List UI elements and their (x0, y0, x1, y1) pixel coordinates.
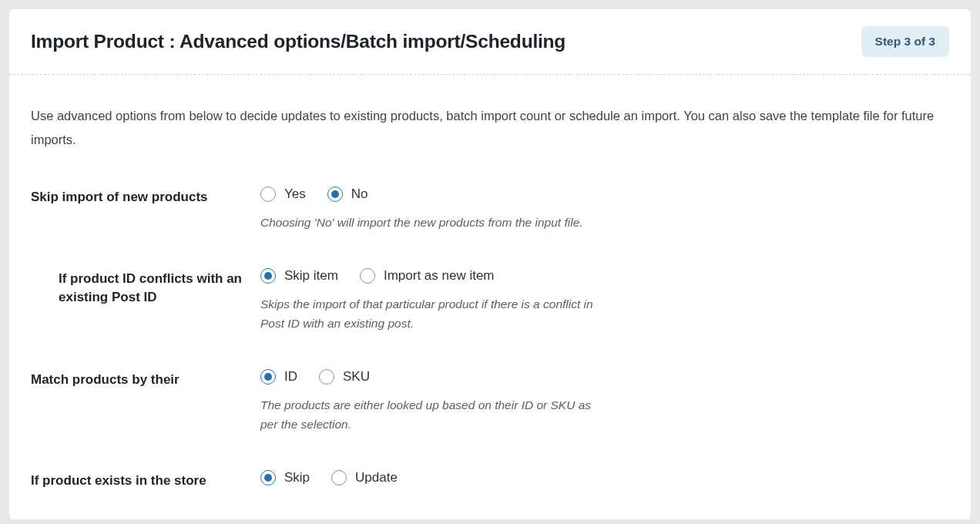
import-product-panel: Import Product : Advanced options/Batch … (9, 9, 971, 519)
radio-icon (260, 470, 276, 485)
radio-group-match-by: ID SKU (260, 369, 949, 385)
page-title: Import Product : Advanced options/Batch … (31, 31, 566, 52)
radio-group-id-conflict: Skip item Import as new item (260, 268, 949, 284)
panel-header: Import Product : Advanced options/Batch … (9, 9, 971, 75)
radio-icon (331, 470, 347, 485)
radio-label: ID (284, 369, 297, 385)
radio-product-exists-skip[interactable]: Skip (260, 470, 310, 485)
label-product-exists: If product exists in the store (31, 470, 260, 491)
controls-id-conflict: Skip item Import as new item Skips the i… (260, 268, 949, 334)
radio-label: Import as new item (384, 268, 495, 284)
radio-label: No (351, 186, 368, 202)
form-row-product-exists: If product exists in the store Skip Upda… (31, 470, 949, 496)
radio-icon (260, 186, 276, 202)
label-match-by: Match products by their (31, 369, 260, 390)
radio-id-conflict-skip[interactable]: Skip item (260, 268, 338, 284)
controls-skip-new: Yes No Choosing 'No' will import the new… (260, 186, 949, 233)
step-badge: Step 3 of 3 (861, 26, 949, 57)
controls-product-exists: Skip Update (260, 470, 949, 496)
radio-label: Skip (284, 470, 310, 485)
radio-icon (360, 268, 375, 284)
radio-icon (319, 369, 334, 385)
intro-text: Use advanced options from below to decid… (31, 104, 949, 151)
radio-icon (327, 186, 343, 202)
radio-label: Yes (284, 186, 306, 202)
radio-icon (260, 369, 276, 385)
radio-label: SKU (343, 369, 370, 385)
radio-group-product-exists: Skip Update (260, 470, 949, 485)
radio-skip-new-no[interactable]: No (327, 186, 368, 202)
panel-content: Use advanced options from below to decid… (9, 75, 971, 519)
radio-icon (260, 268, 276, 284)
form-row-id-conflict: If product ID conflicts with an existing… (31, 268, 949, 334)
form-row-match-by: Match products by their ID SKU The produ… (31, 369, 949, 435)
controls-match-by: ID SKU The products are either looked up… (260, 369, 949, 435)
radio-match-by-id[interactable]: ID (260, 369, 297, 385)
label-id-conflict: If product ID conflicts with an existing… (31, 268, 260, 307)
help-skip-new: Choosing 'No' will import the new produc… (260, 213, 611, 233)
form-row-skip-new: Skip import of new products Yes No Choos… (31, 186, 949, 233)
radio-group-skip-new: Yes No (260, 186, 949, 202)
label-skip-new: Skip import of new products (31, 186, 260, 207)
radio-id-conflict-import[interactable]: Import as new item (360, 268, 495, 284)
radio-product-exists-update[interactable]: Update (331, 470, 398, 485)
help-match-by: The products are either looked up based … (260, 395, 611, 435)
radio-match-by-sku[interactable]: SKU (319, 369, 370, 385)
radio-label: Skip item (284, 268, 338, 284)
help-id-conflict: Skips the import of that particular prod… (260, 294, 611, 334)
radio-skip-new-yes[interactable]: Yes (260, 186, 306, 202)
radio-label: Update (355, 470, 398, 485)
